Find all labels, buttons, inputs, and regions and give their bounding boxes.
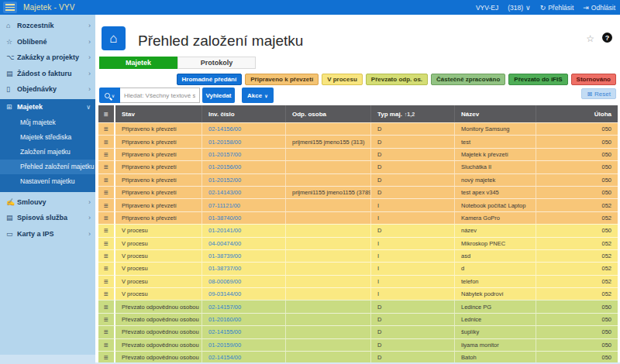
row-menu-icon[interactable]: ≡	[98, 287, 115, 300]
cell-inv-link[interactable]: 02-14156/00	[202, 122, 286, 135]
cell-inv-link[interactable]: 02-14157/00	[202, 300, 286, 312]
row-menu-icon[interactable]: ≡	[98, 249, 115, 262]
status-filter-button[interactable]: Připraveno k převzetí	[245, 74, 319, 85]
row-menu-icon[interactable]: ≡	[98, 237, 115, 249]
sidebar-item-spisova-sluzba[interactable]: ▤ Spisová služba ›	[0, 210, 95, 226]
table-row[interactable]: ≡ Připraveno k převzetí 02-14143/00 prij…	[98, 186, 618, 198]
row-menu-icon[interactable]: ≡	[98, 160, 115, 173]
row-menu-icon[interactable]: ≡	[98, 351, 115, 363]
row-menu-icon[interactable]: ≡	[98, 338, 115, 351]
cell-inv-link[interactable]: 02-14143/00	[202, 186, 286, 198]
sidebar-subitem-1[interactable]: Můj majetek	[0, 115, 95, 130]
row-menu-icon[interactable]: ≡	[98, 325, 115, 338]
cell-inv-link[interactable]: 01-20158/00	[202, 135, 286, 147]
cell-inv-link[interactable]: 02-14154/00	[202, 351, 286, 363]
relogin-button[interactable]: ↻Přehlásit	[540, 4, 574, 12]
status-filter-button[interactable]: Převzato odp. os.	[366, 74, 428, 85]
sidebar-item-majetek[interactable]: ⊞ Majetek ∨	[0, 99, 95, 115]
cell-inv-link[interactable]: 04-00474/00	[202, 237, 286, 249]
hamburger-menu-icon[interactable]	[3, 2, 17, 13]
cell-inv-link[interactable]: 01-38737/00	[202, 262, 286, 274]
cell-inv-link[interactable]: 01-20152/00	[202, 173, 286, 186]
tab-2[interactable]: Protokoly	[177, 57, 256, 69]
status-filter-button[interactable]: Částečně zpracováno	[431, 74, 505, 85]
sidebar-item-zadost-o-fakturu[interactable]: ▤ Žádost o fakturu ›	[0, 66, 95, 82]
search-submit-button[interactable]: Vyhledat	[202, 88, 235, 103]
sidebar-item-oblibene[interactable]: ☆ Oblíbené ›	[0, 34, 95, 50]
help-icon[interactable]: ?	[602, 33, 612, 43]
status-filter-button[interactable]: Hromadné předání	[177, 74, 243, 85]
logout-button[interactable]: ⇥Odhlásit	[583, 4, 615, 12]
row-menu-icon[interactable]: ≡	[98, 135, 115, 147]
actions-button[interactable]: Akce ∨	[242, 88, 274, 103]
table-row[interactable]: ≡ V procesu 01-20141/00 D název 050	[98, 224, 618, 236]
sidebar-item-zakazky-a-projekty[interactable]: ⌥ Zakázky a projekty ›	[0, 50, 95, 66]
row-menu-icon[interactable]: ≡	[98, 313, 115, 325]
table-row[interactable]: ≡ V procesu 04-00474/00 I Mikroskop PNEC…	[98, 237, 618, 249]
row-menu-icon[interactable]: ≡	[98, 211, 115, 224]
row-menu-icon[interactable]: ≡	[98, 198, 115, 211]
sidebar-subitem-4[interactable]: Přehled založení majetku	[0, 160, 95, 174]
search-options-button[interactable]: ∨	[99, 88, 120, 103]
row-menu-icon[interactable]: ≡	[98, 300, 115, 312]
table-row[interactable]: ≡ V procesu 01-38737/00 I d 052	[98, 262, 618, 274]
table-row[interactable]: ≡ Převzato odpovědnou osobou 02-14155/00…	[98, 325, 618, 338]
row-menu-icon[interactable]: ≡	[98, 224, 115, 236]
table-row[interactable]: ≡ Převzato odpovědnou osobou 01-20159/00…	[98, 338, 618, 351]
status-filter-button[interactable]: Převzato do iFIS	[508, 74, 567, 85]
cell-inv-link[interactable]: 01-20159/00	[202, 338, 286, 351]
table-row[interactable]: ≡ V procesu 09-03144/00 I Nábytek podrov…	[98, 287, 618, 300]
cell-inv-link[interactable]: 07-11121/00	[202, 198, 286, 211]
row-menu-icon[interactable]: ≡	[98, 186, 115, 198]
table-row[interactable]: ≡ Převzato odpovědnou osobou 01-20160/00…	[98, 313, 618, 325]
cell-typ-maj: I	[371, 249, 455, 262]
sidebar-subitem-2[interactable]: Majetek střediska	[0, 130, 95, 145]
tab-1[interactable]: Majetek	[99, 57, 177, 69]
table-row[interactable]: ≡ V procesu 01-38739/00 I asd 052	[98, 249, 618, 262]
cell-stav: V procesu	[115, 249, 202, 262]
sidebar-subitem-5[interactable]: Nastavení majetku	[0, 174, 95, 189]
table-row[interactable]: ≡ Převzato odpovědnou osobou 02-14154/00…	[98, 351, 618, 363]
header-menu-icon[interactable]: ≡	[98, 105, 115, 122]
reset-button[interactable]: ⊠ Reset	[581, 88, 616, 99]
sidebar-item-karty-a-ips[interactable]: ▭ Karty a IPS ›	[0, 226, 95, 242]
table-row[interactable]: ≡ V procesu 08-00069/00 I telefon 052	[98, 275, 618, 287]
cell-inv-link[interactable]: 02-14155/00	[202, 325, 286, 338]
column-header-inv-cislo[interactable]: Inv. číslo	[202, 105, 286, 122]
cell-inv-link[interactable]: 01-38740/00	[202, 211, 286, 224]
table-row[interactable]: ≡ Připraveno k převzetí 01-20158/00 prij…	[98, 135, 618, 147]
cell-inv-link[interactable]: 01-38739/00	[202, 249, 286, 262]
cell-inv-link[interactable]: 01-20160/00	[202, 313, 286, 325]
session-counter[interactable]: (318)∨	[508, 4, 530, 12]
table-row[interactable]: ≡ Připraveno k převzetí 01-20152/00 D no…	[98, 173, 618, 186]
search-input[interactable]	[120, 88, 200, 103]
cell-inv-link[interactable]: 08-00069/00	[202, 275, 286, 287]
status-filter-button[interactable]: V procesu	[322, 74, 363, 85]
cell-inv-link[interactable]: 01-20157/00	[202, 148, 286, 160]
table-row[interactable]: ≡ Připraveno k převzetí 07-11121/00 I No…	[98, 198, 618, 211]
table-row[interactable]: ≡ Převzato odpovědnou osobou 02-14157/00…	[98, 300, 618, 312]
cell-inv-link[interactable]: 09-03144/00	[202, 287, 286, 300]
cell-inv-link[interactable]: 01-20141/00	[202, 224, 286, 236]
column-header-odp-osoba[interactable]: Odp. osoba	[286, 105, 371, 122]
favorite-star-icon[interactable]: ☆	[586, 33, 594, 44]
column-header-typ-maj[interactable]: Typ maj. ↑1,2	[371, 105, 455, 122]
table-row[interactable]: ≡ Připraveno k převzetí 02-14156/00 D Mo…	[98, 122, 618, 135]
table-row[interactable]: ≡ Připraveno k převzetí 01-20157/00 D Ma…	[98, 148, 618, 160]
row-menu-icon[interactable]: ≡	[98, 275, 115, 287]
sidebar-item-objednavky[interactable]: ▯ Objednávky ›	[0, 81, 95, 98]
row-menu-icon[interactable]: ≡	[98, 173, 115, 186]
sidebar-item-rozcestnik[interactable]: ⌂ Rozcestník ›	[0, 18, 95, 34]
sidebar-item-smlouvy[interactable]: ✍ Smlouvy ›	[0, 194, 95, 211]
column-header-stav[interactable]: Stav	[115, 105, 202, 122]
row-menu-icon[interactable]: ≡	[98, 262, 115, 274]
status-filter-button[interactable]: Stornováno	[571, 74, 616, 85]
row-menu-icon[interactable]: ≡	[98, 122, 115, 135]
table-row[interactable]: ≡ Připraveno k převzetí 01-20156/00 D Sl…	[98, 160, 618, 173]
table-row[interactable]: ≡ Připraveno k převzetí 01-38740/00 I Ka…	[98, 211, 618, 224]
cell-inv-link[interactable]: 01-20156/00	[202, 160, 286, 173]
column-header-nazev[interactable]: Název	[455, 105, 536, 122]
column-header-uloha[interactable]: Úloha	[536, 105, 618, 122]
sidebar-subitem-3[interactable]: Založení majetku	[0, 145, 95, 160]
row-menu-icon[interactable]: ≡	[98, 148, 115, 160]
